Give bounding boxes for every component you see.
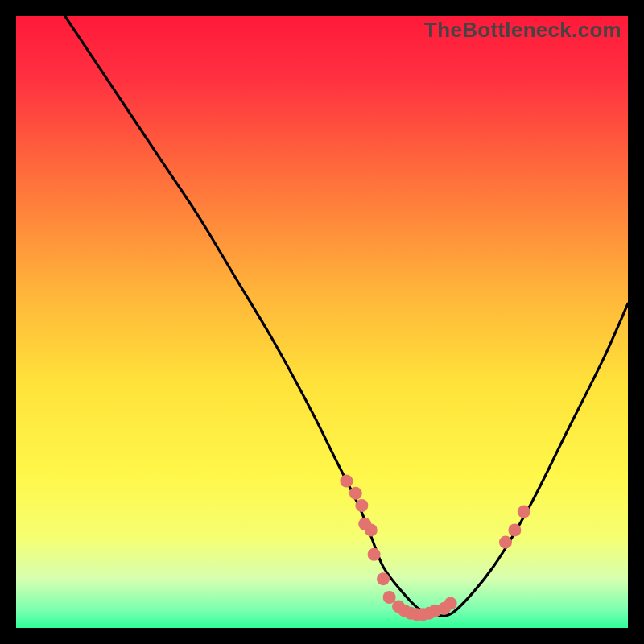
scatter-point [508,523,521,536]
scatter-point [349,487,362,500]
scatter-point [340,475,353,488]
scatter-point [383,591,396,604]
scatter-point [444,597,457,610]
bottleneck-chart [16,16,628,628]
scatter-point [368,548,381,561]
scatter-point [365,523,378,536]
scatter-point [499,536,512,549]
scatter-point [377,572,390,585]
watermark-text: TheBottleneck.com [424,18,621,43]
chart-frame: TheBottleneck.com [16,16,628,628]
scatter-point [518,506,530,518]
scatter-point [355,499,368,512]
gradient-background [16,16,628,628]
